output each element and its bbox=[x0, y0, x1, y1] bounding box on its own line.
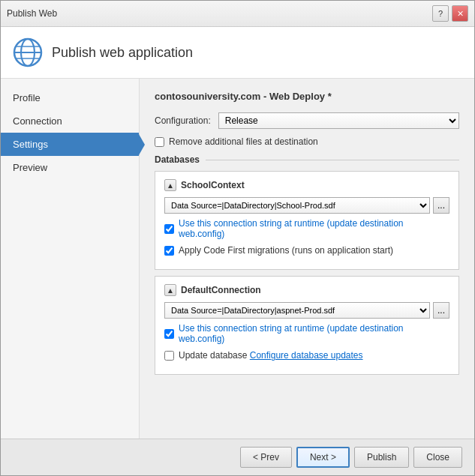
update-db-label[interactable]: Update database Configure database updat… bbox=[179, 350, 363, 361]
title-bar-left: Publish Web bbox=[7, 8, 57, 19]
globe-icon bbox=[13, 37, 43, 67]
school-context-conn-row: Data Source=|DataDirectory|School-Prod.s… bbox=[164, 197, 449, 214]
update-db-text: Update database bbox=[179, 350, 247, 361]
main-content: contosouniversity.com - Web Deploy * Con… bbox=[140, 79, 474, 439]
title-bar: Publish Web ? ✕ bbox=[1, 1, 474, 27]
remove-files-checkbox[interactable] bbox=[155, 137, 164, 147]
school-context-header[interactable]: ▲ SchoolContext bbox=[164, 179, 449, 191]
dialog-body: Profile Connection Settings Preview cont… bbox=[1, 79, 474, 439]
update-db-row: Update database Configure database updat… bbox=[164, 350, 449, 361]
sidebar-item-connection[interactable]: Connection bbox=[1, 109, 139, 133]
school-migrations-checkbox[interactable] bbox=[164, 246, 174, 256]
remove-files-row: Remove additional files at destination bbox=[155, 136, 459, 147]
config-select[interactable]: Debug Release bbox=[218, 112, 459, 129]
sidebar-item-preview[interactable]: Preview bbox=[1, 156, 139, 179]
remove-files-label[interactable]: Remove additional files at destination bbox=[169, 136, 318, 147]
publish-button[interactable]: Publish bbox=[354, 447, 409, 468]
default-connection-collapse-btn[interactable]: ▲ bbox=[164, 284, 176, 296]
default-connection-header[interactable]: ▲ DefaultConnection bbox=[164, 284, 449, 296]
school-use-runtime-label[interactable]: Use this connection string at runtime (u… bbox=[179, 218, 449, 239]
config-row: Configuration: Debug Release bbox=[155, 112, 459, 129]
school-use-runtime-row: Use this connection string at runtime (u… bbox=[164, 218, 449, 239]
default-use-runtime-row: Use this connection string at runtime (u… bbox=[164, 323, 449, 344]
next-button[interactable]: Next > bbox=[296, 447, 350, 468]
publish-web-dialog: Publish Web ? ✕ Publish web application … bbox=[0, 0, 475, 476]
databases-label: Databases bbox=[155, 154, 200, 165]
school-context-name: SchoolContext bbox=[181, 180, 245, 190]
dialog-header-title: Publish web application bbox=[52, 45, 193, 61]
school-context-collapse-btn[interactable]: ▲ bbox=[164, 179, 176, 191]
close-button[interactable]: Close bbox=[413, 447, 462, 468]
default-connection-conn-row: Data Source=|DataDirectory|aspnet-Prod.s… bbox=[164, 302, 449, 319]
title-bar-buttons: ? ✕ bbox=[432, 5, 468, 22]
config-label: Configuration: bbox=[155, 115, 211, 126]
sidebar-item-profile[interactable]: Profile bbox=[1, 86, 139, 109]
prev-button[interactable]: < Prev bbox=[240, 447, 292, 468]
dialog-title-text: Publish Web bbox=[7, 8, 57, 19]
databases-section-header: Databases bbox=[155, 154, 459, 165]
default-connection-name: DefaultConnection bbox=[181, 285, 261, 295]
configure-db-link[interactable]: Configure database updates bbox=[250, 350, 363, 361]
school-context-container: ▲ SchoolContext Data Source=|DataDirecto… bbox=[155, 171, 459, 270]
default-use-runtime-checkbox[interactable] bbox=[164, 329, 174, 339]
default-connection-ellipsis-btn[interactable]: ... bbox=[433, 302, 449, 319]
school-use-runtime-text: Use this connection string at runtime (u… bbox=[179, 218, 404, 239]
sidebar-item-settings[interactable]: Settings bbox=[1, 133, 139, 156]
window-close-button[interactable]: ✕ bbox=[452, 5, 468, 22]
default-connection-container: ▲ DefaultConnection Data Source=|DataDir… bbox=[155, 276, 459, 375]
dialog-footer: < Prev Next > Publish Close bbox=[1, 439, 474, 475]
config-select-wrapper: Debug Release bbox=[218, 112, 459, 129]
dialog-header: Publish web application bbox=[1, 27, 474, 79]
school-migrations-row: Apply Code First migrations (runs on app… bbox=[164, 245, 449, 256]
default-use-runtime-label[interactable]: Use this connection string at runtime (u… bbox=[179, 323, 449, 344]
default-use-runtime-text: Use this connection string at runtime (u… bbox=[179, 323, 404, 344]
school-context-select[interactable]: Data Source=|DataDirectory|School-Prod.s… bbox=[164, 197, 430, 214]
default-connection-select[interactable]: Data Source=|DataDirectory|aspnet-Prod.s… bbox=[164, 302, 430, 319]
school-use-runtime-checkbox[interactable] bbox=[164, 224, 174, 234]
sidebar: Profile Connection Settings Preview bbox=[1, 79, 140, 439]
profile-title: contosouniversity.com - Web Deploy * bbox=[155, 91, 459, 102]
school-migrations-label[interactable]: Apply Code First migrations (runs on app… bbox=[179, 245, 393, 256]
update-db-checkbox[interactable] bbox=[164, 351, 174, 361]
school-context-ellipsis-btn[interactable]: ... bbox=[433, 197, 449, 214]
help-button[interactable]: ? bbox=[432, 5, 449, 22]
